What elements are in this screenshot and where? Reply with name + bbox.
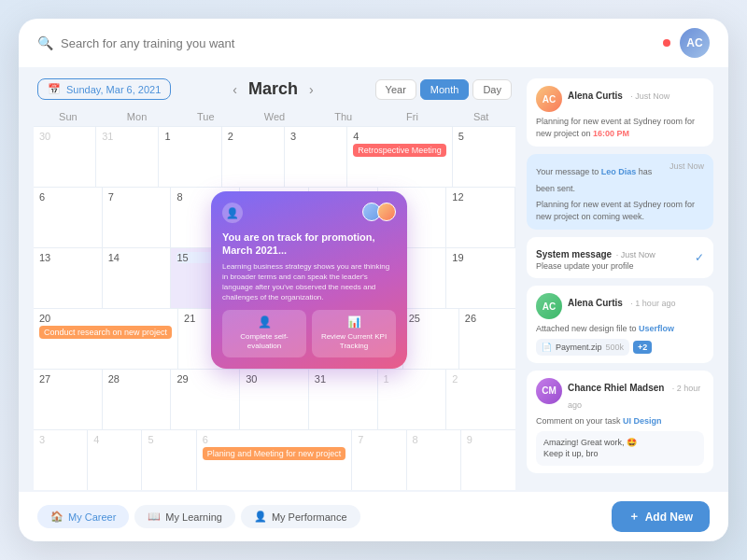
file-name: Payment.zip (556, 343, 602, 352)
year-view-button[interactable]: Year (375, 79, 416, 100)
event-tag: Retrospective Meeting (353, 144, 446, 157)
day-headers: Sun Mon Tue Wed Thu Fri Sat (34, 107, 515, 126)
notif-text: Planning for new event at Sydney room fo… (536, 116, 704, 139)
notif-time: · 1 hour ago (630, 299, 675, 308)
calendar-cell[interactable]: 1 (159, 127, 221, 187)
search-input[interactable] (61, 36, 341, 50)
prev-month-button[interactable]: ‹ (233, 82, 237, 97)
calendar-cell[interactable]: 6 Planing and Meeting for new project (197, 430, 353, 490)
calendar-cell[interactable]: 27 (34, 370, 103, 429)
sent-message-card: Your message to Leo Dias has been sent. … (527, 154, 713, 230)
calendar-cell[interactable]: 6 (34, 188, 103, 247)
calendar-cell[interactable]: 5 (453, 127, 515, 187)
calendar-cell[interactable]: 31 (96, 127, 159, 187)
kpi-icon: 📊 (316, 315, 392, 330)
calendar-cell[interactable]: 7 (352, 430, 406, 490)
calendar-grid: Sun Mon Tue Wed Thu Fri Sat 30 31 1 2 3 (34, 107, 515, 490)
promotion-popup[interactable]: 👤 You are on track for promotion, March … (211, 191, 407, 369)
calendar-header: 📅 Sunday, Mar 6, 2021 ‹ March › Year Mon… (34, 78, 515, 100)
day-view-button[interactable]: Day (472, 79, 512, 100)
notif-time: · Just Now (630, 91, 669, 101)
search-area: 🔍 (37, 35, 663, 50)
popup-avatar (377, 203, 396, 221)
tab-my-performance[interactable]: 👤 My Performance (241, 505, 360, 528)
calendar-cell[interactable]: 9 (461, 430, 515, 490)
system-text: Please update your profile (536, 261, 655, 271)
check-icon: ✓ (695, 251, 704, 264)
calendar-cell[interactable]: 2 (446, 370, 515, 429)
calendar-week: 3 4 5 6 Planing and Meeting for new proj… (34, 429, 515, 490)
popup-action-kpi[interactable]: 📊 Review Current KPI Tracking (312, 310, 396, 357)
day-header-sat: Sat (446, 107, 515, 126)
calendar-cell[interactable]: 4 (88, 430, 142, 490)
notif-name: Alena Curtis (568, 298, 623, 308)
notification-dot[interactable] (663, 39, 670, 47)
view-buttons: Year Month Day (375, 79, 512, 100)
evaluation-label: Complete self-evaluation (226, 332, 303, 352)
calendar-cell[interactable]: 30 (240, 370, 309, 429)
add-new-label: Add New (645, 511, 693, 524)
notif-time: Just Now (669, 161, 704, 171)
extra-count-badge: +2 (633, 341, 652, 354)
attachment-card: AC Alena Curtis · 1 hour ago Attached ne… (527, 286, 713, 363)
popup-actions: 👤 Complete self-evaluation 📊 Review Curr… (222, 310, 396, 357)
calendar-cell[interactable]: 4 Retrospective Meeting (347, 127, 453, 187)
month-nav: ‹ March › (233, 79, 313, 99)
notification-card: AC Alena Curtis · Just Now Planning for … (527, 78, 713, 147)
add-new-button[interactable]: ＋ Add New (612, 501, 710, 532)
calendar-cell[interactable]: 28 (103, 370, 172, 429)
bottom-tabs: 🏠 My Career 📖 My Learning 👤 My Performan… (37, 505, 360, 528)
calendar-cell[interactable]: 19 (446, 248, 515, 308)
time-highlight: 16:00 PM (593, 129, 629, 138)
calendar-cell[interactable]: 2 (222, 127, 285, 187)
bottom-bar: 🏠 My Career 📖 My Learning 👤 My Performan… (19, 492, 728, 541)
calendar-cell[interactable]: 1 (378, 370, 447, 429)
calendar-week: 6 7 8 9 10 11 12 👤 (34, 187, 515, 247)
calendar-cell[interactable]: 29 (171, 370, 240, 429)
day-header-wed: Wed (240, 107, 309, 126)
tab-my-career[interactable]: 🏠 My Career (37, 505, 129, 528)
month-view-button[interactable]: Month (420, 79, 470, 100)
calendar-cell[interactable]: 30 (34, 127, 96, 187)
calendar-cell[interactable]: 14 (103, 248, 172, 308)
tab-performance-label: My Performance (272, 511, 347, 523)
popup-action-evaluation[interactable]: 👤 Complete self-evaluation (222, 310, 306, 357)
calendar-cell[interactable]: 5 (142, 430, 196, 490)
popup-user-icon: 👤 (222, 203, 243, 223)
notif-text: Planning for new event at Sydney room fo… (536, 199, 704, 222)
next-month-button[interactable]: › (309, 82, 314, 97)
attachment-box: 📄 Payment.zip 500k (536, 339, 629, 356)
popup-body: Learning business strategy shows you are… (222, 261, 396, 303)
notif-name: Alena Curtis (568, 91, 623, 101)
calendar-cell[interactable]: 20 Conduct research on new project (34, 309, 178, 369)
calendar-cell[interactable]: 13 (34, 248, 103, 308)
calendar-cell[interactable]: 31 (309, 370, 378, 429)
calendar-weeks: 30 31 1 2 3 4 Retrospective Meeting 5 6 (34, 126, 515, 490)
calendar-cell[interactable]: 3 (34, 430, 88, 490)
popup-header: 👤 (222, 203, 396, 223)
calendar-week: 27 28 29 30 31 1 2 (34, 369, 515, 429)
notif-header: CM Chance Rhiel Madsen · 2 hour ago (536, 378, 704, 412)
event-tag: Planing and Meeting for new project (203, 447, 346, 460)
calendar-cell[interactable]: 26 (459, 309, 515, 369)
main-content: 📅 Sunday, Mar 6, 2021 ‹ March › Year Mon… (19, 67, 728, 492)
top-bar: 🔍 AC (19, 19, 728, 67)
calendar-cell[interactable]: 3 (285, 127, 347, 187)
calendar-cell[interactable]: 8 (407, 430, 461, 490)
tab-my-learning[interactable]: 📖 My Learning (134, 505, 235, 528)
tab-career-label: My Career (68, 511, 116, 523)
notif-header: Your message to Leo Dias has been sent. … (536, 161, 704, 195)
day-header-sun: Sun (34, 107, 103, 126)
calendar-panel: 📅 Sunday, Mar 6, 2021 ‹ March › Year Mon… (34, 78, 515, 481)
top-right: AC (663, 28, 710, 58)
avatar[interactable]: AC (680, 28, 710, 58)
system-message-card: System message · Just Now Please update … (527, 237, 713, 278)
calendar-cell[interactable]: 25 (403, 309, 459, 369)
calendar-cell[interactable]: 12 (446, 188, 515, 247)
calendar-cell[interactable]: 7 (103, 188, 172, 247)
notif-text: Comment on your task UI Design (536, 415, 704, 427)
comment-bubble: Amazing! Great work, 🤩Keep it up, bro (536, 431, 704, 466)
avatar: CM (536, 378, 562, 404)
avatar: AC (536, 86, 562, 112)
kpi-label: Review Current KPI Tracking (316, 332, 392, 352)
